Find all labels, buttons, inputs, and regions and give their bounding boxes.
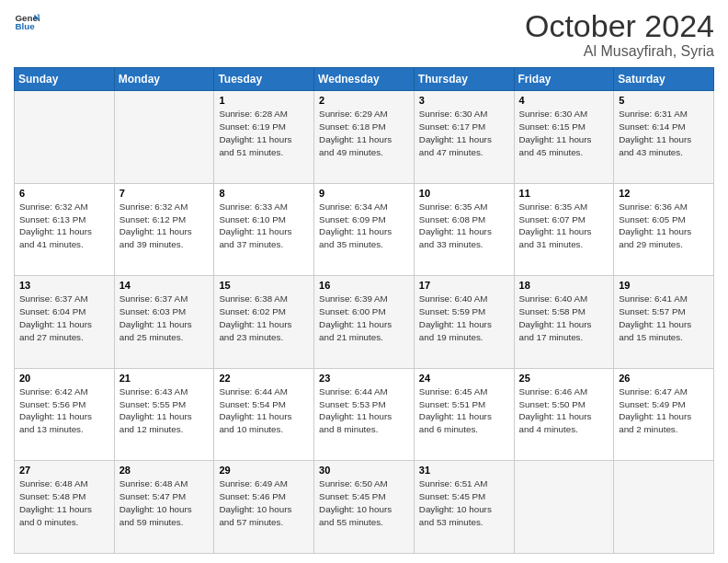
table-row: 17 Sunrise: 6:40 AMSunset: 5:59 PMDaylig… (414, 276, 514, 369)
day-number: 1 (219, 95, 309, 106)
day-info: Sunrise: 6:40 AMSunset: 5:58 PMDaylight:… (519, 293, 609, 343)
table-row: 21 Sunrise: 6:43 AMSunset: 5:55 PMDaylig… (114, 368, 214, 461)
table-row: 14 Sunrise: 6:37 AMSunset: 6:03 PMDaylig… (114, 276, 214, 369)
day-number: 18 (519, 280, 609, 291)
day-info: Sunrise: 6:32 AMSunset: 6:13 PMDaylight:… (19, 201, 109, 251)
day-info: Sunrise: 6:38 AMSunset: 6:02 PMDaylight:… (219, 293, 309, 343)
day-info: Sunrise: 6:42 AMSunset: 5:56 PMDaylight:… (19, 385, 109, 436)
table-row: 20 Sunrise: 6:42 AMSunset: 5:56 PMDaylig… (15, 368, 115, 461)
logo: General Blue General Blue (14, 9, 40, 35)
day-info: Sunrise: 6:51 AMSunset: 5:45 PMDaylight:… (419, 477, 509, 528)
table-row: 4 Sunrise: 6:30 AMSunset: 6:15 PMDayligh… (514, 91, 614, 184)
header-tuesday: Tuesday (214, 68, 314, 91)
table-row (514, 461, 614, 554)
calendar-week-row: 20 Sunrise: 6:42 AMSunset: 5:56 PMDaylig… (15, 368, 714, 461)
table-row: 18 Sunrise: 6:40 AMSunset: 5:58 PMDaylig… (514, 276, 614, 369)
header-wednesday: Wednesday (314, 68, 415, 91)
day-info: Sunrise: 6:37 AMSunset: 6:04 PMDaylight:… (19, 293, 109, 343)
calendar-header-row: Sunday Monday Tuesday Wednesday Thursday… (15, 68, 714, 91)
day-number: 16 (319, 280, 409, 291)
day-info: Sunrise: 6:45 AMSunset: 5:51 PMDaylight:… (419, 385, 509, 436)
day-info: Sunrise: 6:44 AMSunset: 5:53 PMDaylight:… (319, 385, 409, 436)
table-row: 9 Sunrise: 6:34 AMSunset: 6:09 PMDayligh… (314, 183, 415, 276)
day-info: Sunrise: 6:31 AMSunset: 6:14 PMDaylight:… (619, 108, 709, 158)
day-number: 22 (219, 373, 309, 384)
day-number: 4 (519, 95, 609, 106)
day-info: Sunrise: 6:48 AMSunset: 5:48 PMDaylight:… (19, 477, 109, 528)
table-row: 2 Sunrise: 6:29 AMSunset: 6:18 PMDayligh… (314, 91, 415, 184)
day-info: Sunrise: 6:37 AMSunset: 6:03 PMDaylight:… (119, 293, 210, 343)
table-row: 28 Sunrise: 6:48 AMSunset: 5:47 PMDaylig… (114, 461, 214, 554)
day-number: 26 (619, 373, 709, 384)
table-row: 29 Sunrise: 6:49 AMSunset: 5:46 PMDaylig… (214, 461, 314, 554)
header-saturday: Saturday (614, 68, 714, 91)
day-number: 8 (219, 188, 309, 199)
calendar-week-row: 6 Sunrise: 6:32 AMSunset: 6:13 PMDayligh… (15, 183, 714, 276)
day-number: 19 (619, 280, 709, 291)
day-number: 11 (519, 188, 609, 199)
table-row: 11 Sunrise: 6:35 AMSunset: 6:07 PMDaylig… (514, 183, 614, 276)
day-number: 24 (419, 373, 509, 384)
day-info: Sunrise: 6:46 AMSunset: 5:50 PMDaylight:… (519, 385, 609, 436)
day-number: 13 (19, 280, 109, 291)
calendar-table: Sunday Monday Tuesday Wednesday Thursday… (14, 67, 714, 554)
header-monday: Monday (114, 68, 214, 91)
table-row: 7 Sunrise: 6:32 AMSunset: 6:12 PMDayligh… (114, 183, 214, 276)
day-info: Sunrise: 6:40 AMSunset: 5:59 PMDaylight:… (419, 293, 509, 343)
day-number: 2 (319, 95, 409, 106)
table-row: 6 Sunrise: 6:32 AMSunset: 6:13 PMDayligh… (15, 183, 115, 276)
day-info: Sunrise: 6:49 AMSunset: 5:46 PMDaylight:… (219, 477, 309, 528)
table-row: 19 Sunrise: 6:41 AMSunset: 5:57 PMDaylig… (614, 276, 714, 369)
day-number: 15 (219, 280, 309, 291)
table-row: 10 Sunrise: 6:35 AMSunset: 6:08 PMDaylig… (414, 183, 514, 276)
day-info: Sunrise: 6:44 AMSunset: 5:54 PMDaylight:… (219, 385, 309, 436)
header: General Blue General Blue October 2024 A… (14, 9, 714, 60)
day-info: Sunrise: 6:47 AMSunset: 5:49 PMDaylight:… (619, 385, 709, 436)
day-number: 30 (319, 465, 409, 476)
day-number: 17 (419, 280, 509, 291)
table-row (15, 91, 115, 184)
day-info: Sunrise: 6:39 AMSunset: 6:00 PMDaylight:… (319, 293, 409, 343)
header-friday: Friday (514, 68, 614, 91)
day-number: 10 (419, 188, 509, 199)
day-number: 28 (119, 465, 210, 476)
day-info: Sunrise: 6:36 AMSunset: 6:05 PMDaylight:… (619, 201, 709, 251)
calendar-week-row: 27 Sunrise: 6:48 AMSunset: 5:48 PMDaylig… (15, 461, 714, 554)
day-info: Sunrise: 6:29 AMSunset: 6:18 PMDaylight:… (319, 108, 409, 158)
day-number: 31 (419, 465, 509, 476)
day-info: Sunrise: 6:35 AMSunset: 6:07 PMDaylight:… (519, 201, 609, 251)
table-row: 15 Sunrise: 6:38 AMSunset: 6:02 PMDaylig… (214, 276, 314, 369)
table-row (114, 91, 214, 184)
title-block: October 2024 Al Musayfirah, Syria (525, 9, 714, 60)
svg-text:Blue: Blue (15, 21, 35, 31)
day-info: Sunrise: 6:43 AMSunset: 5:55 PMDaylight:… (119, 385, 210, 436)
day-info: Sunrise: 6:28 AMSunset: 6:19 PMDaylight:… (219, 108, 309, 158)
calendar-week-row: 13 Sunrise: 6:37 AMSunset: 6:04 PMDaylig… (15, 276, 714, 369)
day-number: 25 (519, 373, 609, 384)
table-row: 22 Sunrise: 6:44 AMSunset: 5:54 PMDaylig… (214, 368, 314, 461)
day-number: 21 (119, 373, 210, 384)
day-number: 23 (319, 373, 409, 384)
table-row: 16 Sunrise: 6:39 AMSunset: 6:00 PMDaylig… (314, 276, 415, 369)
table-row: 24 Sunrise: 6:45 AMSunset: 5:51 PMDaylig… (414, 368, 514, 461)
location-title: Al Musayfirah, Syria (525, 43, 714, 60)
header-thursday: Thursday (414, 68, 514, 91)
table-row: 13 Sunrise: 6:37 AMSunset: 6:04 PMDaylig… (15, 276, 115, 369)
day-info: Sunrise: 6:34 AMSunset: 6:09 PMDaylight:… (319, 201, 409, 251)
month-title: October 2024 (525, 9, 714, 43)
day-number: 5 (619, 95, 709, 106)
table-row: 26 Sunrise: 6:47 AMSunset: 5:49 PMDaylig… (614, 368, 714, 461)
day-info: Sunrise: 6:50 AMSunset: 5:45 PMDaylight:… (319, 477, 409, 528)
day-info: Sunrise: 6:30 AMSunset: 6:15 PMDaylight:… (519, 108, 609, 158)
table-row: 25 Sunrise: 6:46 AMSunset: 5:50 PMDaylig… (514, 368, 614, 461)
day-number: 27 (19, 465, 109, 476)
table-row: 30 Sunrise: 6:50 AMSunset: 5:45 PMDaylig… (314, 461, 415, 554)
day-number: 12 (619, 188, 709, 199)
table-row: 5 Sunrise: 6:31 AMSunset: 6:14 PMDayligh… (614, 91, 714, 184)
day-info: Sunrise: 6:48 AMSunset: 5:47 PMDaylight:… (119, 477, 210, 528)
day-number: 7 (119, 188, 210, 199)
table-row: 27 Sunrise: 6:48 AMSunset: 5:48 PMDaylig… (15, 461, 115, 554)
table-row: 12 Sunrise: 6:36 AMSunset: 6:05 PMDaylig… (614, 183, 714, 276)
day-number: 14 (119, 280, 210, 291)
table-row: 31 Sunrise: 6:51 AMSunset: 5:45 PMDaylig… (414, 461, 514, 554)
